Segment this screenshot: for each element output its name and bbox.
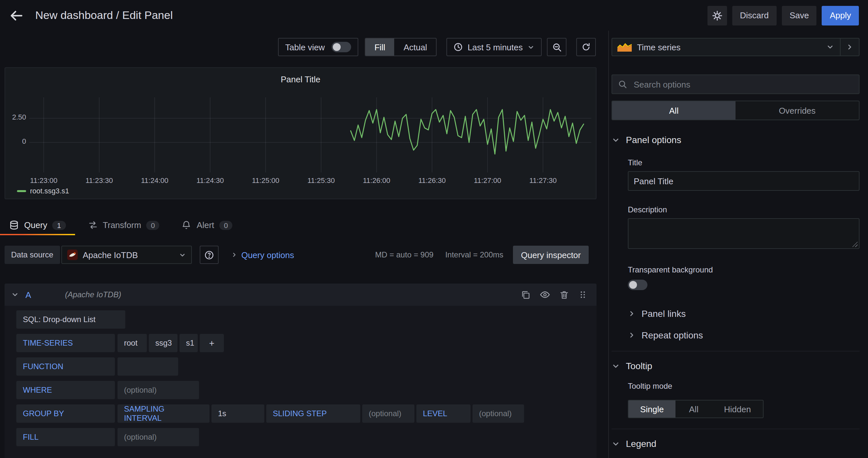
query-options-toggle[interactable]: Query options [227,249,298,260]
edit-panel-header: New dashboard / Edit Panel Discard Save … [0,0,868,31]
chevron-down-icon [612,136,620,144]
discard-button[interactable]: Discard [732,5,777,25]
tooltip-section-title: Tooltip [626,361,652,371]
chevron-down-icon [179,251,186,258]
query-editor-body: SQL: Drop-down List TIME-SERIES root ssg… [5,306,596,458]
apply-button[interactable]: Apply [822,5,859,25]
sampling-interval-segment[interactable]: 1s [212,404,264,423]
description-label: Description [628,205,860,214]
fill-field-label: FILL [16,428,115,446]
time-range-value: Last 5 minutes [468,42,523,52]
description-textarea[interactable] [628,218,860,249]
add-time-series-button[interactable]: + [200,334,224,352]
chart-legend: root.ssg3.s1 [17,187,69,195]
table-view-group: Table view [278,38,358,56]
title-label: Title [628,158,860,167]
repeat-options-section[interactable]: Repeat options [628,330,860,340]
tab-alert[interactable]: Alert 0 [173,215,242,235]
filter-tab-all[interactable]: All [612,101,736,120]
toggle-viz-suggestions-button[interactable] [840,38,859,56]
tab-query-count: 1 [53,221,66,230]
drag-handle[interactable] [578,290,587,299]
tab-transform[interactable]: Transform 0 [79,215,169,235]
transparent-background-switch[interactable] [628,280,647,290]
tooltip-section: Tooltip Tooltip mode Single All Hidden [612,351,860,418]
sql-mode-dropdown[interactable]: SQL: Drop-down List [16,310,125,328]
chevron-right-icon [628,310,636,317]
query-row-actions [521,289,587,300]
group-by-field-label: GROUP BY [16,404,115,423]
table-view-switch[interactable] [331,42,351,52]
options-search-input[interactable] [632,79,853,90]
tab-alert-count: 0 [219,221,232,230]
datasource-picker[interactable]: Apache IoTDB [61,246,191,264]
chevron-down-icon [612,362,620,370]
query-inspector-button[interactable]: Query inspector [513,246,589,264]
time-series-segment-root[interactable]: root [118,334,147,352]
tooltip-mode-single[interactable]: Single [628,401,676,418]
filter-tab-overrides[interactable]: Overrides [736,101,859,120]
duplicate-query-button[interactable] [521,290,531,299]
level-segment[interactable]: (optional) [472,404,524,423]
tooltip-section-header[interactable]: Tooltip [612,361,860,371]
time-series-segment-ssg3[interactable]: ssg3 [149,334,178,352]
tooltip-mode-hidden[interactable]: Hidden [712,401,763,418]
edit-panel-workbench: Table view Fill Actual Last 5 minutes [0,31,868,458]
chevron-down-icon[interactable] [11,291,19,298]
x-axis-tick-label: 11:23:30 [86,176,113,184]
transparent-background-label: Transparent background [628,265,860,275]
zoom-out-button[interactable] [547,38,566,56]
tooltip-mode-label: Tooltip mode [628,381,860,391]
editor-tabs: Query 1 Transform 0 Alert 0 [0,215,596,235]
where-field-label: WHERE [16,381,115,399]
visualization-picker[interactable]: Time series [612,38,860,56]
options-search[interactable] [612,75,860,94]
sliding-step-label: SLIDING STEP [266,404,360,423]
panel-links-section[interactable]: Panel links [628,308,860,319]
hide-query-button[interactable] [540,289,550,300]
tooltip-mode-all[interactable]: All [676,401,712,418]
plus-icon: + [209,338,214,348]
time-range-picker[interactable]: Last 5 minutes [447,38,542,56]
time-series-segment-s1[interactable]: s1 [180,334,198,352]
query-datasource-hint: (Apache IoTDB) [65,290,121,299]
tab-transform-count: 0 [147,221,160,230]
legend-series-label[interactable]: root.ssg3.s1 [30,187,69,195]
drag-handle-icon [578,290,587,299]
function-segment[interactable] [118,357,178,376]
panel-title-input[interactable] [628,171,860,191]
level-label: LEVEL [416,404,470,423]
refresh-button[interactable] [576,38,596,56]
visualization-picker-value: Time series [637,42,826,52]
time-series-chart [29,97,591,172]
panel-edit-main-column: Table view Fill Actual Last 5 minutes [0,31,596,458]
datasource-help-button[interactable] [199,246,218,264]
dashboard-settings-button[interactable] [708,5,727,25]
chevron-down-icon [612,439,620,448]
sampling-interval-label: SAMPLING INTERVAL [118,404,210,423]
tooltip-section-body: Tooltip mode Single All Hidden [612,381,860,418]
query-row-header[interactable]: A (Apache IoTDB) [5,284,596,306]
legend-section-header[interactable]: Legend [612,438,860,449]
panel-options-section-body: Title Description Transparent background… [612,158,860,340]
panel-options-section-header[interactable]: Panel options [612,135,860,145]
fill-segment[interactable]: (optional) [118,428,199,446]
back-button[interactable] [5,4,27,26]
legend-section-title: Legend [626,438,656,449]
clock-icon [454,42,463,52]
time-series-row: TIME-SERIES root ssg3 s1 + [16,334,596,352]
time-series-field-label: TIME-SERIES [16,334,115,352]
tab-query[interactable]: Query 1 [0,215,75,235]
panel-options-section-title: Panel options [626,135,681,145]
panel-preview-title: Panel Title [5,75,596,84]
save-button[interactable]: Save [782,5,817,25]
delete-query-button[interactable] [559,290,569,299]
table-view-label: Table view [285,42,325,52]
options-filter-tabs: All Overrides [612,101,860,120]
where-segment[interactable]: (optional) [118,381,199,399]
actual-option-button[interactable]: Actual [395,38,436,56]
datasource-label: Data source [5,246,60,264]
sliding-step-segment[interactable]: (optional) [362,404,414,423]
fill-option-button[interactable]: Fill [365,38,394,56]
query-row-a: A (Apache IoTDB) [5,284,596,458]
